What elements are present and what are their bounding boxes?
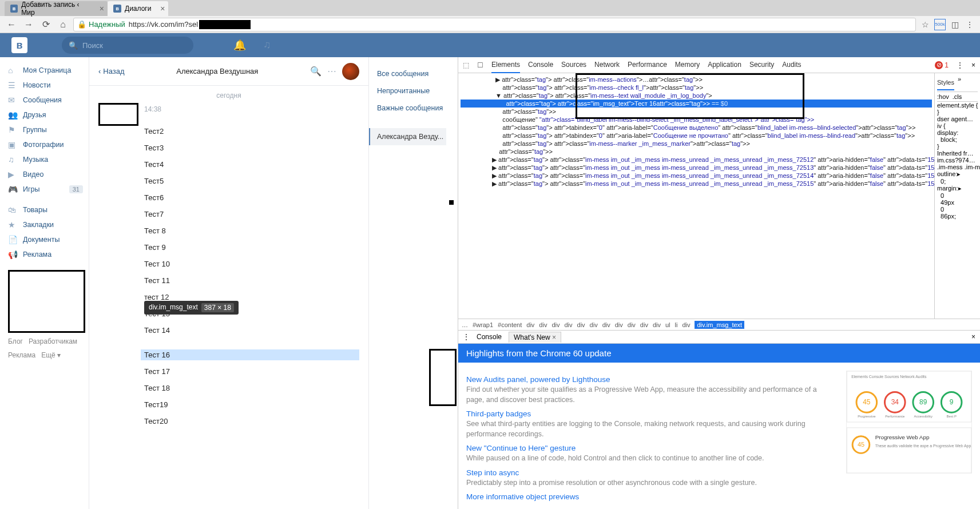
search-icon[interactable]: 🔍 (310, 66, 322, 77)
close-icon[interactable]: × (971, 61, 975, 69)
dom-node[interactable]: ▶ attr">class="tag"> attr">class="im-mes… (461, 180, 932, 188)
style-rule[interactable]: display: (937, 129, 978, 136)
menu-icon[interactable]: ⋮ (463, 333, 470, 341)
breadcrumb[interactable]: …#wrap1#contentdivdivdivdivdivdivdivdivd… (458, 319, 980, 330)
menu-icon[interactable]: ⋮ (964, 19, 975, 30)
breadcrumb-item[interactable]: div (640, 321, 648, 328)
style-rule[interactable]: outline:▸ (937, 170, 978, 178)
devtools-tab[interactable]: Application (708, 57, 741, 73)
device-icon[interactable]: ☐ (477, 61, 483, 69)
devtools-tab[interactable]: Network (594, 57, 620, 73)
avatar[interactable] (342, 63, 359, 80)
message-text[interactable]: Тест 11 (144, 275, 359, 286)
breadcrumb-item[interactable]: div (653, 321, 661, 328)
message-text[interactable]: Тест7 (144, 209, 359, 220)
close-icon[interactable]: × (552, 333, 556, 341)
extension-icon[interactable]: 500k (934, 19, 946, 30)
styles-panel[interactable]: Styles » :hov .cls element.style {}dser … (934, 73, 980, 319)
style-rule[interactable]: 0; (937, 178, 978, 185)
message-text[interactable]: Тест5 (144, 176, 359, 186)
sidebar-item[interactable]: ✉Сообщения (8, 93, 89, 108)
sidebar-item[interactable]: 📄Документы (8, 232, 89, 247)
sidebar-item[interactable]: ▶Видео (8, 167, 89, 182)
breadcrumb-item[interactable]: div.im_msg_text (695, 321, 744, 329)
star-icon[interactable]: ☆ (919, 19, 931, 30)
dom-node[interactable]: сообщение" "attr">class="blind_label im-… (461, 116, 932, 124)
dom-node[interactable]: attr">class="tag">> (461, 108, 932, 116)
message-text[interactable]: Тест 8 (144, 225, 359, 236)
style-rule[interactable]: 0 (937, 206, 978, 213)
dom-node[interactable]: attr">class="tag"> attr">class="im-mess-… (461, 83, 932, 92)
style-rule[interactable]: iv { (937, 122, 978, 129)
style-rule[interactable]: element.style { (937, 102, 978, 109)
search-input[interactable]: 🔍 Поиск (62, 37, 193, 54)
style-rule[interactable]: } (937, 109, 978, 116)
style-rule[interactable]: Inherited fr… (937, 150, 978, 157)
sidebar-item[interactable]: 👥Друзья (8, 108, 89, 122)
sidebar-item[interactable]: ☰Новости (8, 78, 89, 93)
browser-tab[interactable]: в Добавить запись ‹ Мир × (5, 1, 108, 16)
whatsnew-tab[interactable]: What's New × (509, 332, 561, 343)
inspect-icon[interactable]: ⬚ (463, 61, 469, 69)
footer-link[interactable]: Ещё ▾ (41, 351, 61, 359)
hov-toggle[interactable]: :hov (937, 93, 949, 100)
dom-node[interactable]: ▶ attr">class="tag"> attr">class="im-mes… (461, 164, 932, 172)
sidebar-item[interactable]: ♫Музыка (8, 152, 89, 167)
close-icon[interactable]: × (100, 4, 104, 13)
footer-link[interactable]: Реклама (8, 351, 35, 359)
elements-tree[interactable]: ▶ attr">class="tag"> attr">class="im-mes… (458, 73, 934, 319)
filter-item[interactable]: Все сообщения (369, 65, 446, 82)
browser-tab-active[interactable]: в Диалоги × (108, 1, 168, 16)
style-rule[interactable]: } (937, 143, 978, 150)
breadcrumb-item[interactable]: #wrap1 (473, 321, 493, 328)
more-icon[interactable]: ⋯ (327, 66, 336, 77)
sidebar-item[interactable]: 🎮Игры31 (8, 182, 89, 197)
more-tabs[interactable]: » (958, 75, 961, 90)
back-button[interactable]: ← (5, 18, 18, 31)
back-link[interactable]: ‹ Назад (98, 67, 125, 75)
sidebar-item[interactable]: ★Закладки (8, 217, 89, 232)
sidebar-item[interactable]: 📢Реклама (8, 247, 89, 262)
filter-item[interactable]: Александра Везду... (369, 128, 446, 145)
breadcrumb-item[interactable]: div (682, 321, 690, 328)
reload-button[interactable]: ⟳ (39, 18, 53, 31)
home-button[interactable]: ⌂ (56, 18, 70, 31)
dom-node[interactable]: ▶ attr">class="tag"> attr">class="im-mes… (461, 156, 932, 164)
style-rule[interactable]: 0 (937, 192, 978, 199)
footer-link[interactable]: Разработчикам (29, 337, 77, 345)
dom-node[interactable]: ▼ attr">class="tag"> attr">class="im-mes… (461, 92, 932, 100)
sidebar-item[interactable]: ▣Фотографии (8, 137, 89, 152)
breadcrumb-item[interactable]: div (602, 321, 610, 328)
dom-node[interactable]: attr">class="tag"> attr">class="im-mess-… (461, 140, 932, 148)
extension-icon[interactable]: ◫ (949, 19, 961, 30)
error-badge[interactable]: ⊘ 1 (935, 61, 949, 69)
music-icon[interactable]: ♫ (263, 39, 271, 51)
breadcrumb-item[interactable]: #content (498, 321, 522, 328)
notifications-icon[interactable]: 🔔 (233, 39, 246, 51)
address-bar[interactable]: 🔒 Надежный https://vk.com/im?sel (73, 18, 916, 31)
message-text[interactable]: Тест19 (144, 399, 359, 410)
devtools-tab[interactable]: Sources (561, 57, 586, 73)
breadcrumb-item[interactable]: div (564, 321, 572, 328)
console-tab[interactable]: Console (472, 332, 506, 342)
message-text[interactable]: Тест20 (144, 416, 359, 427)
breadcrumb-item[interactable]: … (462, 321, 468, 328)
dom-node[interactable]: attr">class="tag"> attr">tabindex="0" at… (461, 124, 932, 132)
breadcrumb-item[interactable]: ul (665, 321, 670, 328)
sidebar-item[interactable]: ⌂Моя Страница (8, 63, 89, 78)
sidebar-item[interactable]: ⚑Группы (8, 122, 89, 137)
message-text[interactable]: Тест 14 (144, 325, 359, 336)
close-icon[interactable]: × (160, 4, 165, 13)
menu-icon[interactable]: ⋮ (957, 61, 963, 69)
style-rule[interactable]: im.css?974… (937, 157, 978, 164)
devtools-tab[interactable]: Memory (675, 57, 700, 73)
dom-node[interactable]: ▶ attr">class="tag"> attr">class="im-mes… (461, 172, 932, 180)
close-icon[interactable]: × (971, 333, 975, 341)
message-text[interactable]: Тест3 (144, 142, 359, 153)
message-text[interactable]: Тест 9 (144, 242, 359, 253)
breadcrumb-item[interactable]: div (552, 321, 560, 328)
style-rule[interactable]: 49px (937, 199, 978, 206)
breadcrumb-item[interactable]: li (675, 321, 678, 328)
filter-item[interactable]: Непрочитанные (369, 82, 446, 100)
breadcrumb-item[interactable]: div (539, 321, 547, 328)
